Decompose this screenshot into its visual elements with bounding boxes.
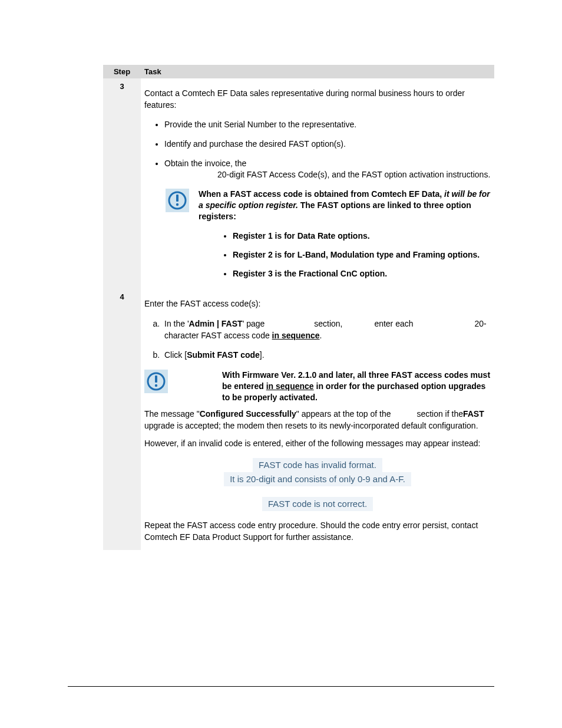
text: The message " (144, 409, 200, 419)
info-note-2: With Firmware Ver. 2.1.0 and later, all … (144, 370, 491, 403)
text: FAST code is not correct. (262, 497, 373, 511)
text: " appears at the top of the (296, 409, 394, 419)
step4-intro: Enter the FAST access code(s): (144, 298, 491, 310)
list-item: Provide the unit Serial Number to the re… (164, 119, 491, 130)
text: upgrade is accepted; the modem then rese… (144, 421, 478, 430)
text: In the ' (164, 319, 189, 328)
text: 20-digit FAST Access Code(s), and the FA… (217, 169, 490, 180)
text: Submit FAST code (187, 350, 260, 360)
text: character FAST access code (164, 331, 272, 340)
text: Obtain the invoice, the (164, 158, 246, 169)
table-row: 3 Contact a Comtech EF Data sales repres… (103, 78, 494, 289)
text: . (320, 331, 322, 340)
register-list: Register 1 is for Data Rate options. Reg… (144, 231, 491, 278)
repeat-para: Repeat the FAST access code entry proced… (144, 520, 491, 543)
table-row: 4 Enter the FAST access code(s): In the … (103, 289, 494, 550)
text: FAST (463, 409, 484, 419)
text: It is 20-digit and consists of only 0-9 … (224, 472, 411, 486)
list-item: Register 1 is for Data Rate options. (233, 231, 491, 241)
list-item: In the 'Admin | FAST' page section, ente… (162, 318, 491, 341)
error-msg-1: FAST code has invalid format. It is 20-d… (144, 456, 491, 488)
svg-rect-6 (155, 375, 157, 383)
step-number: 4 (103, 289, 141, 550)
text: ]. (260, 350, 265, 360)
step3-list: Provide the unit Serial Number to the re… (144, 119, 491, 180)
text: in sequence (272, 331, 320, 340)
col-step: Step (103, 65, 141, 78)
however-para: However, if an invalid code is entered, … (144, 438, 491, 450)
error-msg-2: FAST code is not correct. (144, 495, 491, 513)
info-text: With Firmware Ver. 2.1.0 and later, all … (177, 370, 491, 403)
list-item: Click [Submit FAST code]. (162, 350, 491, 361)
text: section if the (416, 409, 463, 420)
text: section, (314, 318, 342, 330)
svg-rect-2 (176, 195, 178, 202)
list-item: Register 3 is the Fractional CnC option. (233, 269, 491, 278)
text: Configured Successfully (200, 409, 296, 419)
steps-table: Step Task 3 Contact a Comtech EF Data sa… (103, 65, 494, 550)
footer-rule (68, 686, 494, 687)
list-item: Identify and purchase the desired FAST o… (164, 139, 491, 150)
step3-intro: Contact a Comtech EF Data sales represen… (144, 88, 491, 111)
text: enter each (374, 318, 413, 330)
svg-point-3 (176, 203, 178, 206)
svg-point-7 (155, 384, 157, 387)
text: Click [ (164, 350, 187, 360)
text: FAST code has invalid format. (253, 458, 382, 472)
text: 20- (474, 318, 486, 330)
list-item: Obtain the invoice, the 20-digit FAST Ac… (164, 158, 491, 180)
list-item: Register 2 is for L-Band, Modulation typ… (233, 250, 491, 259)
text: ' page (243, 319, 267, 328)
text: Admin | FAST (189, 319, 243, 328)
text: When a FAST access code is obtained from… (199, 189, 444, 199)
step4-ol: In the 'Admin | FAST' page section, ente… (144, 318, 491, 361)
info-icon (144, 370, 168, 393)
col-task: Task (141, 65, 494, 78)
step-number: 3 (103, 78, 141, 289)
info-icon (166, 189, 189, 212)
success-msg-para: The message "Configured Successfully" ap… (144, 409, 491, 431)
info-note-1: When a FAST access code is obtained from… (166, 189, 491, 222)
text: in sequence (266, 381, 314, 391)
info-text: When a FAST access code is obtained from… (199, 189, 491, 222)
